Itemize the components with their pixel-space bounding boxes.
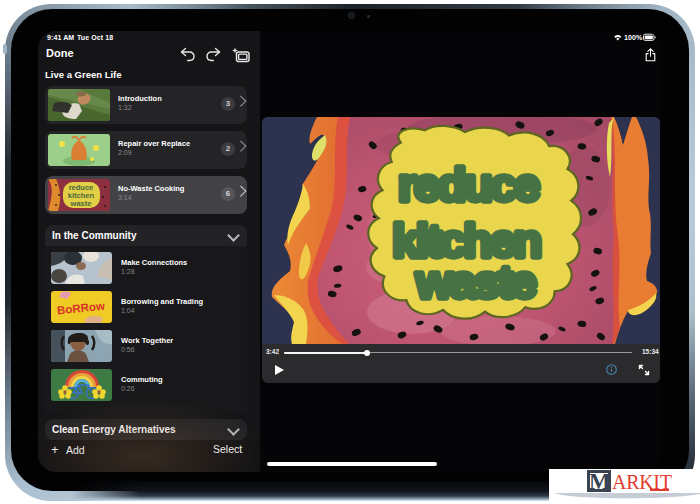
svg-text:reduce: reduce: [398, 160, 539, 211]
svg-text:waste: waste: [415, 257, 536, 308]
svg-text:100%: 100%: [624, 33, 643, 42]
svg-text:waste: waste: [70, 199, 92, 208]
